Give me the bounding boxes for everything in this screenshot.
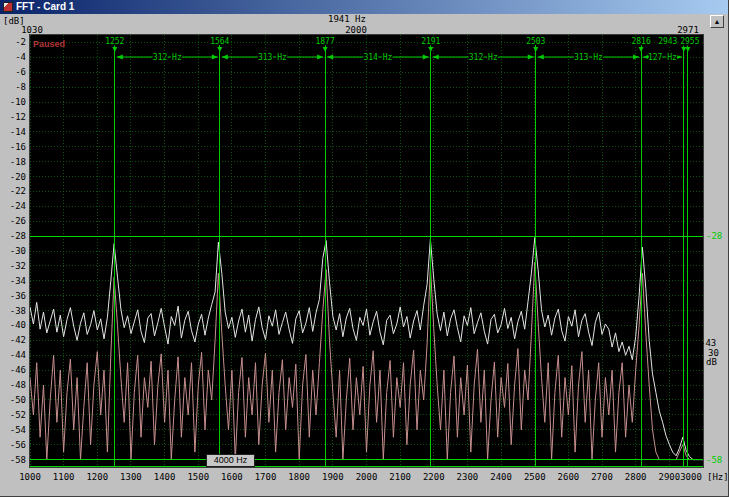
marker-arrow-icon	[639, 47, 644, 52]
y-tick-label: -28	[0, 231, 26, 241]
x-tick-label: 1100	[49, 472, 79, 482]
y-tick-label: -52	[0, 410, 26, 420]
marker-arrow-icon	[428, 47, 433, 52]
y-tick-label: -40	[0, 320, 26, 330]
span-arrow-left-icon	[327, 55, 333, 60]
x-tick-label: 2400	[486, 472, 516, 482]
x-tick-label: 2100	[385, 472, 415, 482]
mid-frequency-readout: 2000	[336, 25, 376, 35]
marker-frequency-label: 1564	[210, 37, 229, 46]
x-tick-label: 2000	[352, 472, 382, 482]
x-tick-label: 2800	[621, 472, 651, 482]
y-tick-label: -38	[0, 306, 26, 316]
x-tick-label: 1900	[318, 472, 348, 482]
marker-arrow-icon	[112, 47, 117, 52]
y-tick-label: -50	[0, 395, 26, 405]
y-tick-label: -54	[0, 425, 26, 435]
marker-span-label: 127 Hz	[648, 53, 677, 62]
y-tick-label: -20	[0, 172, 26, 182]
marker-span-label: 314 Hz	[363, 53, 392, 62]
titlebar[interactable]: FFT - Card 1	[0, 0, 728, 14]
marker-frequency-label: 2943	[658, 37, 677, 46]
y-tick-label: -14	[0, 127, 26, 137]
marker-frequency-label: 2503	[526, 37, 545, 46]
y-tick-label: -6	[0, 67, 26, 77]
level-readout: -43	[700, 338, 716, 348]
y-tick-label: -12	[0, 112, 26, 122]
x-tick-label: 1000	[15, 472, 45, 482]
y-tick-label: -34	[0, 276, 26, 286]
marker-span-label: 312 Hz	[469, 53, 498, 62]
y-tick-label: -56	[0, 440, 26, 450]
x-tick-label: 2500	[520, 472, 550, 482]
span-label: 4000 Hz	[214, 455, 248, 465]
y-tick-label: -42	[0, 335, 26, 345]
trace-spectrum-main	[30, 238, 703, 460]
x-tick-label: 2700	[587, 472, 617, 482]
x-tick-label: 1500	[183, 472, 213, 482]
x-tick-label: 1400	[150, 472, 180, 482]
fft-analyzer-window: FFT - Card 1 [dB] 1941 Hz 1030 2000 2971…	[0, 0, 729, 497]
right-frequency-readout: 2971	[668, 25, 708, 35]
y-tick-label: -32	[0, 261, 26, 271]
y-tick-label: -36	[0, 291, 26, 301]
marker-span-label: 313 Hz	[574, 53, 603, 62]
window-title: FFT - Card 1	[16, 0, 74, 14]
y-tick-label: -22	[0, 186, 26, 196]
span-arrow-right-icon	[212, 55, 218, 60]
spectrum-plot[interactable]: 312 Hz313 Hz314 Hz312 Hz313 Hz127 Hz1252…	[30, 35, 703, 467]
span-arrow-left-icon	[117, 55, 123, 60]
marker-arrow-icon	[685, 47, 690, 52]
y-tick-label: -46	[0, 365, 26, 375]
center-frequency-readout: 1941 Hz	[312, 14, 382, 24]
x-tick-label: 1200	[82, 472, 112, 482]
x-tick-label: 1600	[217, 472, 247, 482]
x-unit-label: [Hz]	[707, 472, 729, 482]
marker-arrow-icon	[323, 47, 328, 52]
marker-frequency-label: 1252	[105, 37, 124, 46]
marker-frequency-label: 2191	[421, 37, 440, 46]
marker-frequency-label: 1877	[315, 37, 334, 46]
y-tick-label: -18	[0, 157, 26, 167]
up-arrow-icon: ▲	[714, 18, 721, 25]
marker-frequency-label: 2816	[631, 37, 650, 46]
span-arrow-right-icon	[317, 55, 323, 60]
paused-status: Paused	[33, 39, 65, 49]
cursor-db-label: -58	[706, 455, 722, 465]
y-tick-label: -16	[0, 142, 26, 152]
marker-span-label: 313 Hz	[258, 53, 287, 62]
x-tick-label: 2300	[452, 472, 482, 482]
cursor-db-label: -28	[706, 231, 722, 241]
span-arrow-left-icon	[222, 55, 228, 60]
marker-span-label: 312 Hz	[153, 53, 182, 62]
scroll-up-button[interactable]: ▲	[710, 15, 724, 28]
y-tick-label: -44	[0, 350, 26, 360]
y-tick-label: -48	[0, 380, 26, 390]
span-arrow-left-icon	[538, 55, 544, 60]
y-tick-label: -4	[0, 52, 26, 62]
y-tick-label: -58	[0, 455, 26, 465]
left-frequency-readout: 1030	[12, 25, 52, 35]
span-arrow-left-icon	[433, 55, 439, 60]
span-arrow-right-icon	[528, 55, 534, 60]
y-tick-label: -30	[0, 246, 26, 256]
x-tick-label: 2200	[419, 472, 449, 482]
x-tick-label: 1800	[284, 472, 314, 482]
marker-arrow-icon	[681, 47, 686, 52]
y-tick-label: -2	[0, 37, 26, 47]
marker-arrow-icon	[533, 47, 538, 52]
x-tick-label: 2600	[553, 472, 583, 482]
span-arrow-right-icon	[633, 55, 639, 60]
analyzer-content: [dB] 1941 Hz 1030 2000 2971 ▲ -2-4-6-8-1…	[0, 14, 729, 497]
x-tick-label: 1700	[251, 472, 281, 482]
marker-arrow-icon	[217, 47, 222, 52]
marker-frequency-label: 2955	[680, 37, 699, 46]
y-tick-label: -10	[0, 97, 26, 107]
y-tick-label: -8	[0, 82, 26, 92]
y-tick-label: -26	[0, 216, 26, 226]
span-indicator[interactable]: 4000 Hz	[206, 454, 255, 467]
range-unit-label: dB	[706, 357, 717, 367]
x-tick-label: 3000	[676, 472, 706, 482]
y-tick-label: -24	[0, 201, 26, 211]
app-icon	[3, 2, 13, 12]
